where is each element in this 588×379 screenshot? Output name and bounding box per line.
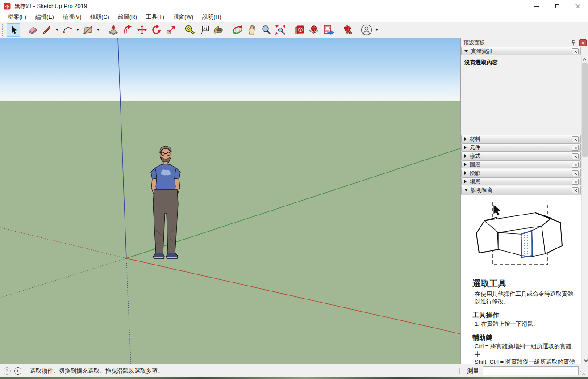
user-account-button[interactable] [360,23,373,37]
svg-text:A1: A1 [203,26,207,30]
chevron-down-icon [76,29,79,31]
instructor-operation-step: 1. 在實體上按一下滑鼠。 [475,320,576,328]
rectangle-icon [83,25,93,35]
extension-manager-button[interactable] [341,23,354,37]
menu-view[interactable]: 檢視(V) [58,13,86,22]
move-tool-button[interactable] [135,23,149,37]
move-icon [137,25,147,35]
menu-draw[interactable]: 繪圖(R) [114,13,142,22]
close-button[interactable] [567,0,588,13]
window-title: 無標題 - SketchUp Pro 2019 [14,2,87,10]
pan-tool-button[interactable] [245,23,259,37]
tray-close-button[interactable] [579,39,587,46]
send-to-layout-button[interactable] [321,23,335,37]
measurement-input[interactable] [483,366,579,375]
close-icon [575,4,580,9]
scroll-up-button[interactable] [583,57,588,62]
offset-tool-button[interactable] [121,23,134,37]
tray-title: 預設面板 [463,39,485,46]
scroll-down-button[interactable] [583,358,588,363]
scrollbar-thumb[interactable] [582,63,588,157]
menu-camera[interactable]: 鏡頭(C) [86,13,113,22]
user-account-dropdown[interactable] [374,23,379,37]
tape-measure-tool-button[interactable] [183,23,196,37]
menu-file[interactable]: 檔案(F) [4,13,31,22]
window-resize-grip[interactable] [580,370,585,375]
toolbar-drag-handle[interactable] [2,24,4,36]
section-close-button[interactable] [572,170,579,176]
panel-section-shadows[interactable]: 陰影 [461,169,581,177]
chevron-down-icon [375,29,379,31]
instructor-tool-title: 選取工具 [472,278,581,290]
minimize-button[interactable] [526,0,547,13]
menu-window[interactable]: 視窗(W) [169,13,198,22]
orbit-tool-button[interactable] [231,23,244,37]
section-close-button[interactable] [572,145,579,151]
tray-body: 實體資訊 沒有選取內容 材料 元件 [461,47,588,364]
push-pull-tool-button[interactable] [107,23,120,37]
arc-tool-dropdown[interactable] [75,23,80,37]
panel-section-materials[interactable]: 材料 [461,135,581,143]
scale-tool-button[interactable] [164,23,177,37]
pan-hand-icon [246,25,257,35]
panel-section-layers[interactable]: 圖層 [461,160,581,168]
send-to-layout-icon [322,24,334,36]
select-icon [8,25,18,35]
zoom-tool-button[interactable] [259,23,273,37]
section-label: 說明視窗 [471,186,492,194]
tray-titlebar[interactable]: 預設面板 [461,38,588,47]
status-message: 選取物件。切換到擴充選取。拖曳滑鼠以選取多項。 [30,367,163,375]
3d-warehouse-icon [294,24,305,36]
rectangle-tool-dropdown[interactable] [95,23,101,37]
eraser-tool-button[interactable] [26,23,39,37]
maximize-button[interactable] [547,0,567,13]
panel-section-components[interactable]: 元件 [461,143,581,152]
eraser-icon [27,25,38,35]
axis-red-solid [126,258,460,334]
section-close-button[interactable] [572,162,579,168]
text-icon: A1 [199,25,209,35]
panel-section-styles[interactable]: 樣式 [461,152,581,160]
extension-warehouse-button[interactable] [307,23,321,37]
menu-edit[interactable]: 編輯(E) [31,13,58,22]
zoom-extents-tool-button[interactable] [274,23,287,37]
3d-warehouse-button[interactable] [293,23,306,37]
auto-hide-pin-button[interactable] [570,39,577,46]
extension-warehouse-icon [308,24,320,36]
chevron-down-icon [584,358,588,362]
tray-scrollbar[interactable] [581,56,588,364]
panel-section-scenes[interactable]: 場景 [461,177,581,185]
rotate-icon [151,25,162,35]
viewport-scene [0,38,460,364]
line-tool-dropdown[interactable] [54,23,60,37]
instructor-modifier-ctrl: Ctrl = 將實體新增到一組所選取的實體中 [475,342,576,358]
toolbar-separator [228,24,228,36]
info-icon[interactable]: i [14,367,21,375]
text-tool-button[interactable]: A1 [197,23,211,37]
rotate-tool-button[interactable] [150,23,163,37]
scale-icon [165,25,176,35]
line-tool-button[interactable] [40,23,54,37]
section-close-button[interactable] [572,153,579,159]
arc-tool-button[interactable] [61,23,74,37]
menubar: 檔案(F) 編輯(E) 檢視(V) 鏡頭(C) 繪圖(R) 工具(T) 視窗(W… [0,13,588,22]
select-tool-button[interactable] [7,23,20,37]
paint-bucket-tool-button[interactable] [212,23,225,37]
section-close-button[interactable] [572,179,579,185]
entity-info-empty-message: 沒有選取內容 [461,55,581,70]
panel-section-entity-info[interactable]: 實體資訊 [461,47,581,55]
section-close-button[interactable] [572,136,579,142]
menu-tools[interactable]: 工具(T) [142,13,169,22]
section-close-button[interactable] [572,48,579,54]
expand-triangle-icon [464,154,467,158]
section-close-button[interactable] [572,187,579,193]
drawing-area[interactable] [0,38,460,364]
geolocation-help-icon[interactable]: ? [4,367,11,375]
menu-help[interactable]: 說明(H) [198,13,225,22]
desktop-background-sliver [0,377,588,379]
statusbar-separator [459,368,460,374]
statusbar: ? i 選取物件。切換到擴充選取。拖曳滑鼠以選取多項。 測量 [0,364,588,377]
rectangle-tool-button[interactable] [81,23,95,37]
extension-manager-icon [342,24,353,36]
panel-section-instructor[interactable]: 說明視窗 [461,186,581,194]
